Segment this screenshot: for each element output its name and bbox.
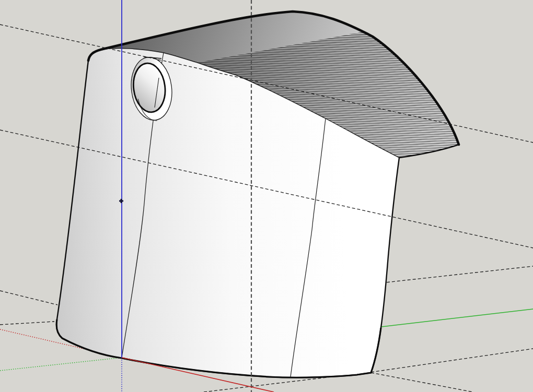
viewport-canvas[interactable] [0,0,533,392]
modeling-viewport[interactable] [0,0,533,392]
